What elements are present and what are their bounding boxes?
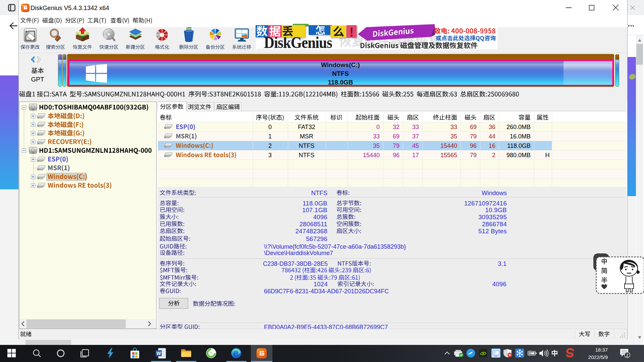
- svg-text:2: 2: [626, 353, 629, 358]
- svg-text:W: W: [156, 351, 161, 356]
- svg-text:intel: intel: [494, 355, 497, 357]
